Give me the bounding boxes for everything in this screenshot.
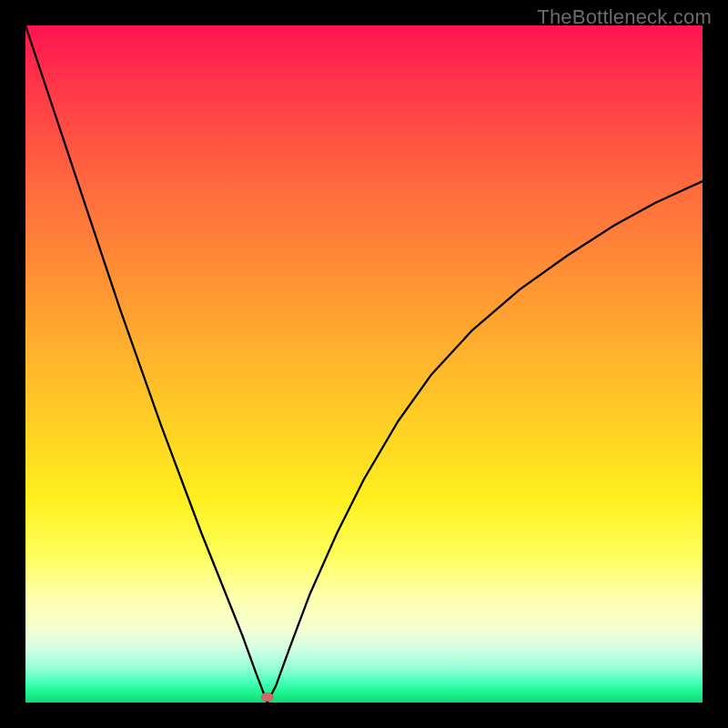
plot-area bbox=[25, 25, 703, 703]
watermark-text: TheBottleneck.com bbox=[537, 5, 712, 29]
minimum-marker bbox=[261, 693, 274, 702]
chart-frame: TheBottleneck.com bbox=[0, 0, 728, 728]
chart-svg bbox=[25, 25, 703, 703]
bottleneck-curve bbox=[25, 25, 703, 703]
